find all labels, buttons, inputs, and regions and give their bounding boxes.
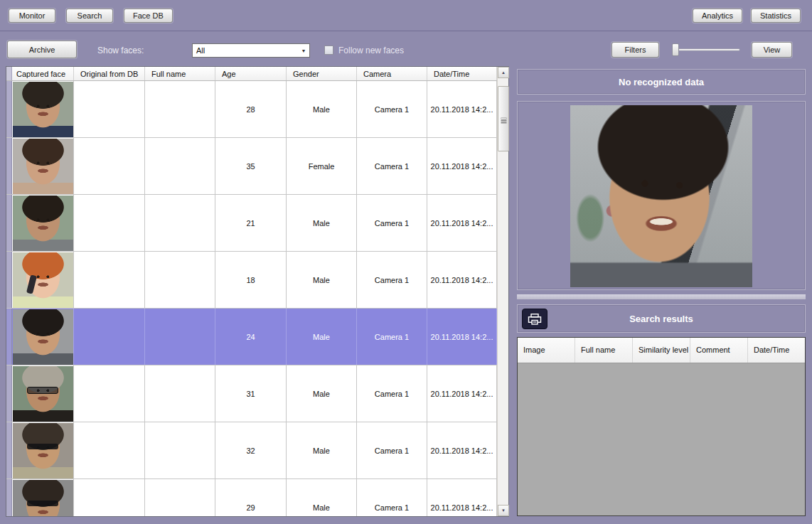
cell-datetime: 20.11.2018 14:2... xyxy=(427,479,497,516)
monitor-button[interactable]: Monitor xyxy=(9,9,55,23)
thumbnail-size-slider[interactable] xyxy=(669,42,742,58)
cell-full-name xyxy=(145,365,215,422)
cell-age: 29 xyxy=(215,479,287,516)
cell-camera: Camera 1 xyxy=(357,422,427,478)
cell-datetime: 20.11.2018 14:2... xyxy=(427,81,497,137)
cell-full-name xyxy=(145,479,215,516)
cell-captured-face xyxy=(12,365,74,422)
cell-camera: Camera 1 xyxy=(357,81,427,137)
search-results-title: Search results xyxy=(629,314,693,324)
row-header-strip xyxy=(6,422,12,478)
captured-face-thumbnail xyxy=(13,480,73,517)
cell-datetime: 20.11.2018 14:2... xyxy=(427,252,497,308)
cell-original-from-db xyxy=(74,365,145,422)
cell-gender: Male xyxy=(287,422,357,478)
table-row[interactable]: 18MaleCamera 120.11.2018 14:2... xyxy=(6,252,497,309)
table-row[interactable]: 24MaleCamera 120.11.2018 14:2... xyxy=(6,309,497,365)
follow-new-faces-label: Follow new faces xyxy=(338,46,404,55)
column-header-gender[interactable]: Gender xyxy=(287,67,357,80)
cell-datetime: 20.11.2018 14:2... xyxy=(427,195,497,251)
cell-gender: Female xyxy=(287,138,357,194)
captured-face-thumbnail xyxy=(13,366,73,422)
table-row[interactable]: 28MaleCamera 120.11.2018 14:2... xyxy=(6,81,497,138)
cell-camera: Camera 1 xyxy=(357,252,427,308)
filter-toolbar: Archive Show faces: All ▼ Follow new fac… xyxy=(0,32,812,66)
cell-gender: Male xyxy=(287,252,357,308)
cell-original-from-db xyxy=(74,195,145,251)
search-results-table: ImageFull nameSimilarity levelCommentDat… xyxy=(517,337,806,516)
arrow-up-icon[interactable]: ▲ xyxy=(498,67,509,78)
top-toolbar: Monitor Search Face DB Analytics Statist… xyxy=(0,0,812,31)
cell-camera: Camera 1 xyxy=(357,195,427,251)
search-results-columns: ImageFull nameSimilarity levelCommentDat… xyxy=(518,338,805,363)
cell-captured-face xyxy=(12,479,74,516)
row-header-strip xyxy=(6,309,12,365)
statistics-button[interactable]: Statistics xyxy=(751,9,801,23)
column-header-date-time[interactable]: Date/Time xyxy=(427,67,497,80)
results-column-header-similarity-level[interactable]: Similarity level xyxy=(633,338,690,363)
show-faces-dropdown[interactable]: All ▼ xyxy=(192,43,310,58)
printer-icon xyxy=(528,314,542,325)
cell-captured-face xyxy=(12,252,74,308)
face-db-button[interactable]: Face DB xyxy=(124,9,173,23)
captured-face-thumbnail xyxy=(13,252,73,308)
column-header-age[interactable]: Age xyxy=(215,67,287,80)
cell-full-name xyxy=(145,81,215,137)
column-header-full-name[interactable]: Full name xyxy=(145,67,215,80)
column-header-captured-face[interactable]: Captured face xyxy=(12,67,74,80)
column-header-original-from-db[interactable]: Original from DB xyxy=(74,67,145,80)
cell-full-name xyxy=(145,309,215,365)
face-recognition-app: Monitor Search Face DB Analytics Statist… xyxy=(0,0,812,524)
results-column-header-date-time[interactable]: Date/Time xyxy=(748,338,805,363)
view-button[interactable]: View xyxy=(752,42,792,58)
panel-splitter[interactable] xyxy=(517,294,806,299)
slider-thumb[interactable] xyxy=(672,43,679,56)
table-row[interactable]: 29MaleCamera 120.11.2018 14:2... xyxy=(6,479,497,516)
results-column-header-image[interactable]: Image xyxy=(518,338,575,363)
show-faces-dropdown-value: All xyxy=(193,46,298,55)
chevron-down-icon: ▼ xyxy=(298,44,309,57)
grid-header: Captured faceOriginal from DBFull nameAg… xyxy=(6,67,497,81)
cell-datetime: 20.11.2018 14:2... xyxy=(427,309,497,365)
row-header-strip xyxy=(6,81,12,137)
table-row[interactable]: 35FemaleCamera 120.11.2018 14:2... xyxy=(6,138,497,195)
analytics-button[interactable]: Analytics xyxy=(693,9,742,23)
archive-button[interactable]: Archive xyxy=(7,41,77,58)
cell-camera: Camera 1 xyxy=(357,309,427,365)
filters-button[interactable]: Filters xyxy=(611,42,659,58)
selected-face-photo-box xyxy=(517,101,806,290)
captured-face-thumbnail xyxy=(13,82,73,137)
cell-age: 32 xyxy=(215,422,287,478)
cell-original-from-db xyxy=(74,309,145,365)
cell-full-name xyxy=(145,252,215,308)
results-column-header-full-name[interactable]: Full name xyxy=(575,338,633,363)
scrollbar-thumb[interactable] xyxy=(498,86,509,151)
cell-age: 35 xyxy=(215,138,287,194)
print-button[interactable] xyxy=(522,309,547,329)
slider-groove xyxy=(672,48,740,51)
cell-age: 31 xyxy=(215,365,287,422)
row-header-strip xyxy=(6,138,12,194)
arrow-down-icon[interactable]: ▼ xyxy=(498,505,509,516)
row-header-corner xyxy=(6,67,12,80)
top-toolbar-left: Monitor Search Face DB xyxy=(9,9,173,23)
cell-age: 24 xyxy=(215,309,287,365)
follow-new-faces-checkbox[interactable] xyxy=(324,46,333,55)
cell-original-from-db xyxy=(74,81,145,137)
cell-captured-face xyxy=(12,422,74,478)
captured-faces-grid: Captured faceOriginal from DBFull nameAg… xyxy=(6,66,509,517)
table-row[interactable]: 31MaleCamera 120.11.2018 14:2... xyxy=(6,365,497,422)
cell-camera: Camera 1 xyxy=(357,138,427,194)
cell-original-from-db xyxy=(74,138,145,194)
column-header-camera[interactable]: Camera xyxy=(357,67,427,80)
results-column-header-comment[interactable]: Comment xyxy=(690,338,748,363)
cell-captured-face xyxy=(12,195,74,251)
captured-face-thumbnail xyxy=(13,309,73,365)
cell-gender: Male xyxy=(287,81,357,137)
cell-original-from-db xyxy=(74,252,145,308)
row-header-strip xyxy=(6,479,12,516)
table-row[interactable]: 21MaleCamera 120.11.2018 14:2... xyxy=(6,195,497,252)
search-button[interactable]: Search xyxy=(66,9,113,23)
grid-vertical-scrollbar[interactable]: ▲ ▼ xyxy=(497,67,508,516)
table-row[interactable]: 32MaleCamera 120.11.2018 14:2... xyxy=(6,422,497,479)
